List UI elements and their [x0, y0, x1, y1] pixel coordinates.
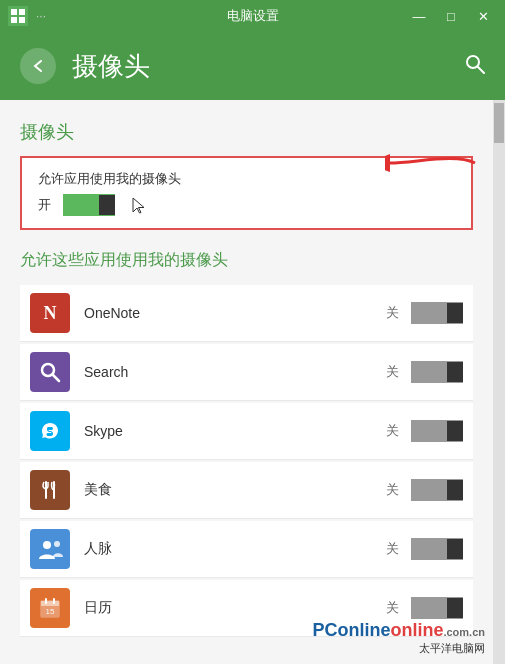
app-icon	[8, 6, 28, 26]
scrollbar-thumb[interactable]	[494, 103, 504, 143]
svg-rect-0	[11, 9, 17, 15]
app-icon-skype	[30, 411, 70, 451]
app-name-skype: Skype	[70, 423, 386, 439]
svg-text:15: 15	[46, 607, 55, 616]
svg-rect-1	[19, 9, 25, 15]
renmai-toggle-knob	[447, 539, 463, 559]
title-bar: ··· 电脑设置 — □ ✕	[0, 0, 505, 32]
close-button[interactable]: ✕	[469, 5, 497, 27]
app-icon-rili: 15	[30, 588, 70, 628]
svg-rect-13	[41, 601, 59, 606]
onenote-toggle[interactable]	[411, 302, 463, 324]
camera-toggle-state: 开	[38, 196, 51, 214]
camera-toggle-row: 开	[38, 194, 455, 216]
rili-toggle-knob	[447, 598, 463, 618]
search-toggle-knob	[447, 362, 463, 382]
app-icon-renmai	[30, 529, 70, 569]
cursor-indicator	[131, 196, 145, 218]
toggle-knob	[99, 195, 115, 215]
svg-rect-2	[11, 17, 17, 23]
skype-toggle[interactable]	[411, 420, 463, 442]
app-status-rili: 关	[386, 599, 399, 617]
app-name-onenote: OneNote	[70, 305, 386, 321]
app-status-skype: 关	[386, 422, 399, 440]
scrollbar[interactable]	[493, 100, 505, 664]
window-controls: — □ ✕	[405, 5, 497, 27]
title-bar-dots: ···	[36, 9, 46, 23]
search-toggle[interactable]	[411, 361, 463, 383]
header-bar: 摄像头	[0, 32, 505, 100]
rili-toggle[interactable]	[411, 597, 463, 619]
meishi-toggle-knob	[447, 480, 463, 500]
app-name-renmai: 人脉	[70, 540, 386, 558]
app-list: N OneNote 关 Search 关	[20, 285, 473, 639]
app-status-renmai: 关	[386, 540, 399, 558]
camera-toggle-label: 允许应用使用我的摄像头	[38, 170, 455, 188]
app-status-search: 关	[386, 363, 399, 381]
search-icon[interactable]	[465, 54, 485, 79]
window-title: 电脑设置	[227, 7, 279, 25]
meishi-toggle[interactable]	[411, 479, 463, 501]
svg-point-11	[54, 541, 60, 547]
main-content: 摄像头 允许应用使用我的摄像头 开 允许这些应用使用我的摄像头	[0, 100, 505, 664]
onenote-toggle-knob	[447, 303, 463, 323]
svg-line-7	[53, 375, 59, 381]
app-icon-search	[30, 352, 70, 392]
app-status-onenote: 关	[386, 304, 399, 322]
renmai-toggle[interactable]	[411, 538, 463, 560]
minimize-button[interactable]: —	[405, 5, 433, 27]
list-item: Skype 关	[20, 403, 473, 460]
back-button[interactable]	[20, 48, 56, 84]
camera-toggle-switch[interactable]	[63, 194, 115, 216]
app-icon-onenote: N	[30, 293, 70, 333]
svg-rect-3	[19, 17, 25, 23]
svg-point-4	[467, 56, 479, 68]
content-area: 摄像头 允许应用使用我的摄像头 开 允许这些应用使用我的摄像头	[0, 100, 493, 664]
section2-title: 允许这些应用使用我的摄像头	[20, 250, 473, 271]
list-item: Search 关	[20, 344, 473, 401]
app-name-search: Search	[70, 364, 386, 380]
svg-line-5	[478, 67, 484, 73]
list-item: 人脉 关	[20, 521, 473, 578]
app-name-meishi: 美食	[70, 481, 386, 499]
list-item: N OneNote 关	[20, 285, 473, 342]
camera-toggle-box: 允许应用使用我的摄像头 开	[20, 156, 473, 230]
maximize-button[interactable]: □	[437, 5, 465, 27]
skype-toggle-knob	[447, 421, 463, 441]
app-name-rili: 日历	[70, 599, 386, 617]
title-bar-left: ···	[8, 6, 46, 26]
list-item: 美食 关	[20, 462, 473, 519]
app-status-meishi: 关	[386, 481, 399, 499]
svg-point-10	[43, 541, 51, 549]
section1-title: 摄像头	[20, 120, 473, 144]
app-icon-meishi	[30, 470, 70, 510]
list-item: 15 日历 关	[20, 580, 473, 637]
page-title: 摄像头	[72, 49, 449, 84]
